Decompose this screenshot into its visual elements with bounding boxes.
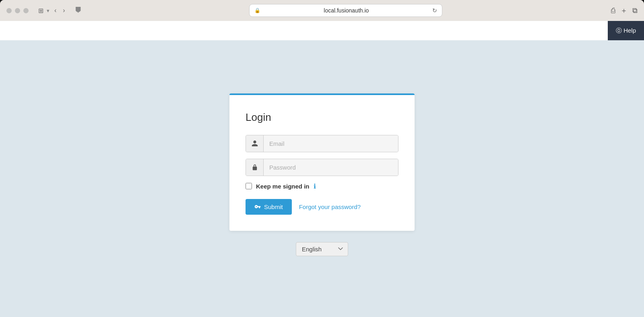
submit-button[interactable]: Submit [246,199,292,215]
password-input-group [246,159,398,176]
reload-icon[interactable]: ↻ [432,7,437,14]
address-bar-container: 🔒 local.fusionauth.io ↻ [90,4,601,17]
main-content: Login [0,40,644,317]
back-button[interactable]: ‹ [53,6,58,15]
info-icon[interactable]: ℹ [314,182,316,190]
language-selector-container: English Español Français Deutsch [296,242,348,256]
traffic-lights [6,8,29,13]
tabs-button[interactable]: ⧉ [632,6,638,15]
svg-rect-0 [252,167,257,170]
forward-button[interactable]: › [61,6,66,15]
traffic-light-close[interactable] [6,8,12,13]
forgot-password-link[interactable]: Forgot your password? [299,203,361,210]
page-header: ⓪ Help [0,21,644,40]
browser-window: ⊞ ▾ ‹ › ⛊ 🔒 local.fusionauth.io ↻ ⎙ ＋ ⧉ … [0,0,644,317]
lock-icon [246,159,264,176]
email-input[interactable] [264,135,398,152]
language-select[interactable]: English Español Français Deutsch [296,242,348,256]
email-input-group [246,135,398,152]
new-tab-button[interactable]: ＋ [620,6,627,15]
address-bar[interactable]: 🔒 local.fusionauth.io ↻ [249,4,442,17]
login-title: Login [246,111,398,124]
lock-icon: 🔒 [254,8,260,13]
browser-actions: ⎙ ＋ ⧉ [611,6,638,15]
browser-controls: ⊞ ▾ ‹ › [38,6,67,15]
key-icon [254,203,261,210]
page-area: ⓪ Help Login [0,21,644,317]
user-icon [246,135,264,152]
submit-row: Submit Forgot your password? [246,199,398,215]
address-text: local.fusionauth.io [264,7,429,14]
submit-label: Submit [264,203,283,210]
share-button[interactable]: ⎙ [611,6,615,15]
browser-titlebar: ⊞ ▾ ‹ › ⛊ 🔒 local.fusionauth.io ↻ ⎙ ＋ ⧉ [0,0,644,21]
shield-icon: ⛊ [75,6,82,15]
traffic-light-minimize[interactable] [15,8,20,13]
keep-signed-in-checkbox[interactable] [246,183,252,189]
sidebar-toggle-icon: ⊞ [38,7,43,15]
traffic-light-maximize[interactable] [23,8,29,13]
password-input[interactable] [264,159,398,176]
help-button[interactable]: ⓪ Help [608,21,644,40]
keep-signed-in-row: Keep me signed in ℹ [246,182,398,190]
keep-signed-in-label: Keep me signed in [256,183,310,190]
login-card: Login [229,93,415,231]
dropdown-arrow-icon[interactable]: ▾ [47,8,50,14]
